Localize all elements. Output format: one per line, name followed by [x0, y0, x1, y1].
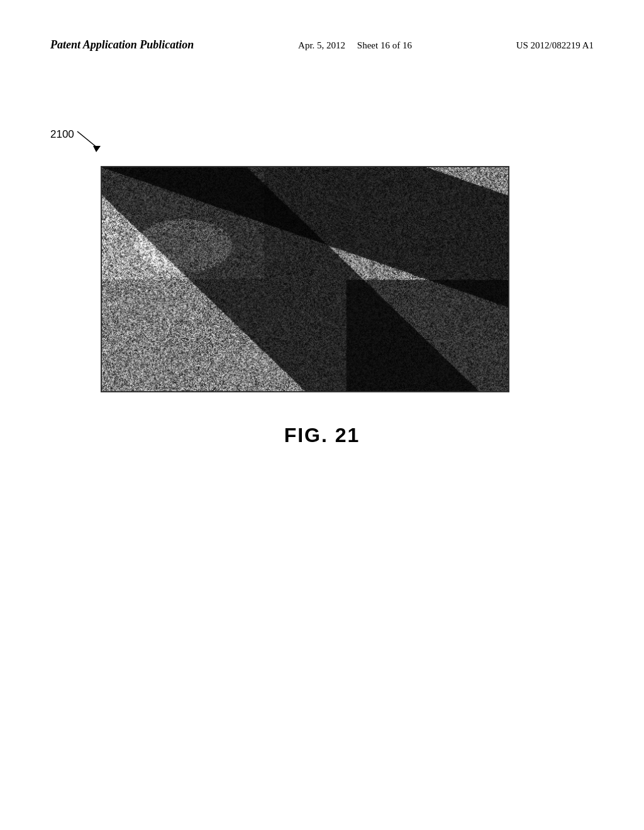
- figure-area: 2100 FIG. 21: [50, 128, 594, 447]
- patent-number: US 2012/082219 A1: [516, 38, 594, 53]
- figure-image: [101, 166, 509, 392]
- svg-line-0: [77, 131, 98, 148]
- publication-date: Apr. 5, 2012: [298, 40, 345, 50]
- svg-marker-1: [93, 146, 101, 152]
- sheet-info: Sheet 16 of 16: [357, 40, 412, 50]
- reference-number: 2100: [50, 128, 74, 141]
- page-container: Patent Application Publication Apr. 5, 2…: [0, 0, 644, 830]
- reference-arrow-icon: [74, 128, 106, 153]
- header-date-sheet: Apr. 5, 2012 Sheet 16 of 16: [298, 38, 412, 53]
- noise-image-canvas: [102, 167, 508, 391]
- publication-label: Patent Application Publication: [50, 38, 194, 52]
- figure-caption: FIG. 21: [50, 424, 594, 447]
- figure-reference-label: 2100: [50, 128, 106, 153]
- page-header: Patent Application Publication Apr. 5, 2…: [50, 38, 594, 53]
